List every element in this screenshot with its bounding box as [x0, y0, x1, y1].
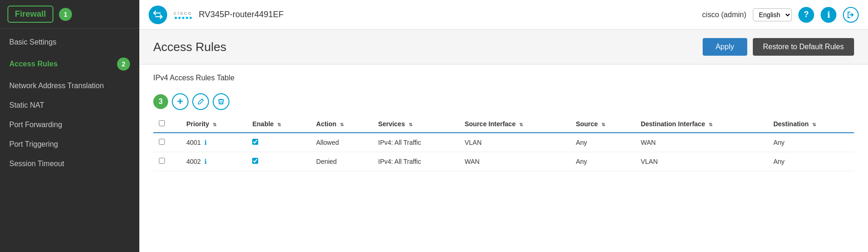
col-source: Source ⇅: [570, 116, 635, 133]
row1-destination: Any: [773, 139, 784, 146]
row1-action: Allowed: [316, 139, 339, 146]
select-all-checkbox[interactable]: [159, 120, 165, 126]
row2-dest-interface-cell: VLAN: [635, 152, 768, 171]
col-action: Action ⇅: [311, 116, 373, 133]
toolbar-badge: 3: [153, 94, 168, 109]
cisco-dots: [175, 17, 192, 19]
row1-services-cell: IPv4: All Traffic: [372, 133, 459, 152]
col-priority: Priority ⇅: [181, 116, 247, 133]
dest-interface-sort-icon[interactable]: ⇅: [709, 122, 712, 127]
priority-sort-icon[interactable]: ⇅: [213, 122, 216, 127]
sidebar-item-basic-settings[interactable]: Basic Settings: [0, 32, 139, 52]
row2-info-icon[interactable]: ℹ: [204, 158, 207, 165]
language-select[interactable]: English: [753, 8, 792, 21]
content-area: IPv4 Access Rules Table 3 +: [139, 65, 868, 252]
row1-source-interface: VLAN: [464, 139, 482, 146]
row2-dest-interface: VLAN: [641, 158, 658, 165]
cisco-logo-text: cisco: [174, 10, 192, 19]
row2-source-interface-cell: WAN: [459, 152, 570, 171]
firewall-badge: 1: [59, 8, 72, 21]
col-source-interface: Source Interface ⇅: [459, 116, 570, 133]
sidebar-nav: Basic Settings Access Rules 2 Network Ad…: [0, 29, 139, 177]
col-checkbox: [153, 116, 181, 133]
arrows-icon: [153, 11, 163, 19]
restore-defaults-button[interactable]: Restore to Default Rules: [753, 38, 854, 56]
sidebar-item-label: Network Address Translation: [9, 82, 130, 90]
table-header: Priority ⇅ Enable ⇅ Action ⇅ Services ⇅: [153, 116, 854, 133]
section-title: IPv4 Access Rules Table: [153, 74, 854, 86]
help-button[interactable]: ?: [798, 7, 814, 23]
delete-rule-button[interactable]: [213, 93, 229, 110]
logout-icon: [847, 11, 855, 19]
nav-icon[interactable]: [149, 6, 167, 24]
edit-icon: [197, 98, 204, 105]
topbar-right: cisco (admin) English ? ℹ: [702, 7, 859, 23]
sidebar-header: Firewall 1: [0, 0, 139, 29]
row2-checkbox[interactable]: [159, 158, 165, 164]
add-rule-button[interactable]: +: [172, 93, 189, 110]
col-enable: Enable ⇅: [247, 116, 310, 133]
row2-source-cell: Any: [570, 152, 635, 171]
action-sort-icon[interactable]: ⇅: [340, 122, 344, 127]
info-button[interactable]: ℹ: [821, 7, 836, 23]
row1-source: Any: [576, 139, 587, 146]
row1-priority: 4001: [186, 139, 201, 146]
firewall-button[interactable]: Firewall: [7, 6, 53, 23]
apply-button[interactable]: Apply: [703, 38, 747, 56]
row1-destination-cell: Any: [768, 133, 854, 152]
row2-destination: Any: [773, 158, 784, 165]
admin-label: cisco (admin): [702, 11, 746, 19]
row2-enable-checkbox[interactable]: [252, 158, 258, 164]
row1-enable-cell: [247, 133, 310, 152]
row2-priority-cell: 4002 ℹ: [181, 152, 247, 171]
sidebar-item-label: Session Timeout: [9, 160, 130, 168]
topbar: cisco RV345P-router4491EF cisco (admin) …: [139, 0, 868, 30]
page-header-actions: Apply Restore to Default Rules: [703, 38, 854, 56]
sidebar-item-port-triggering[interactable]: Port Triggering: [0, 135, 139, 154]
row1-source-interface-cell: VLAN: [459, 133, 570, 152]
row1-source-cell: Any: [570, 133, 635, 152]
col-destination-interface: Destination Interface ⇅: [635, 116, 768, 133]
logout-button[interactable]: [843, 7, 859, 23]
page-header: Access Rules Apply Restore to Default Ru…: [139, 30, 868, 65]
sidebar-item-label: Static NAT: [9, 101, 130, 110]
sidebar-item-nat[interactable]: Network Address Translation: [0, 76, 139, 96]
main-content: cisco RV345P-router4491EF cisco (admin) …: [139, 0, 868, 252]
table-toolbar: 3 +: [153, 93, 854, 110]
row1-dest-interface-cell: WAN: [635, 133, 768, 152]
cisco-wordmark: cisco: [174, 10, 192, 16]
sidebar-item-session-timeout[interactable]: Session Timeout: [0, 154, 139, 174]
enable-sort-icon[interactable]: ⇅: [277, 122, 281, 127]
row2-action-cell: Denied: [311, 152, 373, 171]
row1-priority-cell: 4001 ℹ: [181, 133, 247, 152]
col-services: Services ⇅: [372, 116, 459, 133]
source-sort-icon[interactable]: ⇅: [601, 122, 605, 127]
col-destination: Destination ⇅: [768, 116, 854, 133]
services-sort-icon[interactable]: ⇅: [409, 122, 412, 127]
row1-checkbox-cell: [153, 133, 181, 152]
sidebar-item-access-rules[interactable]: Access Rules 2: [0, 52, 139, 76]
sidebar-item-label: Access Rules: [9, 60, 117, 68]
row1-checkbox[interactable]: [159, 139, 165, 145]
sidebar-item-label: Port Forwarding: [9, 121, 130, 129]
table-row: 4002 ℹ Denied IPv4: All Traffic WAN: [153, 152, 854, 171]
table-body: 4001 ℹ Allowed IPv4: All Traffic VLA: [153, 133, 854, 171]
delete-icon: [217, 98, 225, 105]
dest-sort-icon[interactable]: ⇅: [812, 122, 816, 127]
row1-enable-checkbox[interactable]: [252, 139, 258, 145]
row2-services-cell: IPv4: All Traffic: [372, 152, 459, 171]
edit-rule-button[interactable]: [192, 93, 209, 110]
row2-source-interface: WAN: [464, 158, 479, 165]
table-row: 4001 ℹ Allowed IPv4: All Traffic VLA: [153, 133, 854, 152]
sidebar-item-label: Port Triggering: [9, 140, 130, 149]
sidebar: Firewall 1 Basic Settings Access Rules 2…: [0, 0, 139, 252]
row2-destination-cell: Any: [768, 152, 854, 171]
sidebar-item-port-forwarding[interactable]: Port Forwarding: [0, 115, 139, 135]
sidebar-item-static-nat[interactable]: Static NAT: [0, 96, 139, 115]
row2-services: IPv4: All Traffic: [378, 158, 421, 165]
router-name: RV345P-router4491EF: [199, 10, 284, 19]
rules-table: Priority ⇅ Enable ⇅ Action ⇅ Services ⇅: [153, 116, 854, 171]
row2-priority: 4002: [186, 158, 201, 165]
source-interface-sort-icon[interactable]: ⇅: [519, 122, 523, 127]
row1-info-icon[interactable]: ℹ: [204, 139, 207, 146]
